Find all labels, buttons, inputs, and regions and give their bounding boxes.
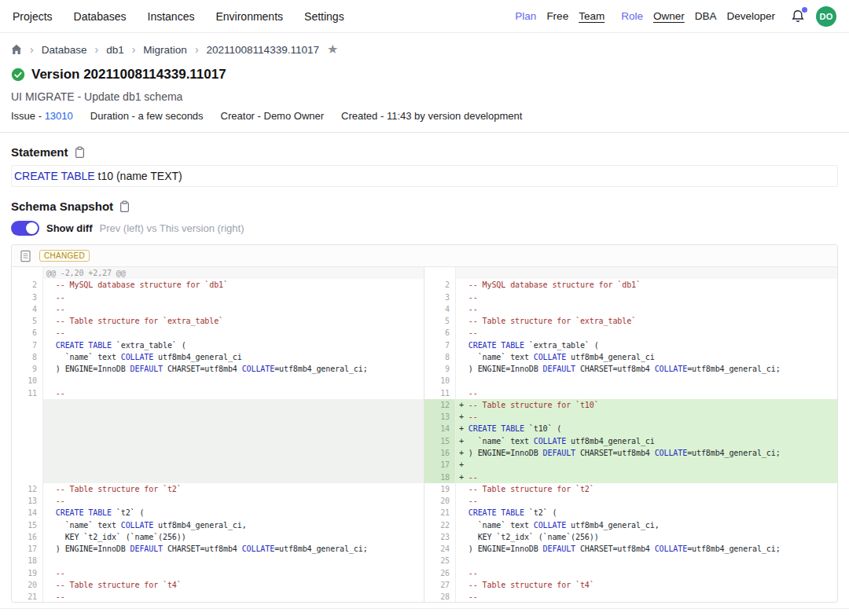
- diff-code-left: -- Table structure for `extra_table`: [43, 315, 424, 327]
- diff-code-left: --: [43, 567, 424, 579]
- diff-line-number-left: [12, 423, 43, 434]
- diff-code-right: CREATE TABLE `t2` (: [456, 507, 837, 519]
- toggle-knob: [26, 222, 38, 234]
- diff-line-number-left: 6: [12, 327, 43, 339]
- diff-code-left: -- Table structure for `t2`: [43, 483, 424, 495]
- diff-code-left: ) ENGINE=InnoDB DEFAULT CHARSET=utf8mb4 …: [43, 363, 424, 375]
- diff-line-number-right: 11: [424, 387, 456, 399]
- diff-code-right: +: [456, 459, 837, 471]
- role-option-owner[interactable]: Owner: [653, 10, 685, 22]
- diff-line-number-left: 14: [12, 507, 43, 519]
- diff-code-right: + --: [456, 411, 837, 423]
- sql-rest: t10 (name TEXT): [95, 170, 182, 182]
- nav-item-settings[interactable]: Settings: [304, 10, 344, 23]
- diff-line-number-right: 25: [424, 555, 456, 566]
- diff-gutter: [424, 267, 456, 279]
- diff-code-right: --: [456, 292, 837, 303]
- diff-line-number-right: 2: [424, 279, 456, 291]
- diff-line-number-right: 21: [424, 507, 456, 519]
- diff-line-number-right: 27: [424, 579, 456, 591]
- diff-line-number-right: 14: [424, 423, 456, 434]
- breadcrumb-item-db1[interactable]: db1: [106, 44, 124, 56]
- diff-code-left: [43, 471, 424, 483]
- notification-bell-button[interactable]: [790, 9, 806, 24]
- diff-line-number-right: 17: [424, 459, 456, 471]
- copy-schema-button[interactable]: [119, 200, 130, 213]
- copy-statement-button[interactable]: [74, 146, 86, 159]
- diff-line-number-right: 10: [424, 375, 456, 387]
- diff-code-right: --: [456, 591, 837, 603]
- diff-code-left: [43, 555, 424, 566]
- clipboard-icon: [74, 146, 86, 159]
- meta-created: Created - 11:43 by version development: [341, 110, 522, 122]
- diff-code-right: -- Table structure for `t2`: [456, 483, 837, 495]
- nav-item-instances[interactable]: Instances: [148, 10, 195, 23]
- breadcrumb-item-migration[interactable]: Migration: [143, 44, 187, 56]
- diff-code-right: KEY `t2_idx` (`name`(256)): [456, 531, 837, 543]
- nav-item-environments[interactable]: Environments: [215, 10, 283, 23]
- diff-line-number-left: [12, 447, 43, 459]
- diff-code-right: ) ENGINE=InnoDB DEFAULT CHARSET=utf8mb4 …: [456, 363, 837, 375]
- diff-line-number-left: 12: [12, 483, 43, 495]
- diff-code-right: --: [456, 495, 837, 507]
- home-icon[interactable]: [11, 44, 22, 55]
- nav-item-databases[interactable]: Databases: [74, 10, 127, 23]
- plan-option-free[interactable]: Free: [546, 10, 568, 22]
- diff-line-number-left: 21: [12, 591, 43, 603]
- diff-line-number-left: 3: [12, 292, 43, 303]
- diff-line-number-left: 18: [12, 555, 43, 566]
- diff-grid[interactable]: @@ -2,20 +2,27 @@2 -- MySQL database str…: [12, 267, 837, 603]
- diff-line-number-left: 15: [12, 519, 43, 531]
- schema-diff-panel: CHANGED @@ -2,20 +2,27 @@2 -- MySQL data…: [11, 244, 838, 603]
- success-check-icon: [11, 68, 25, 82]
- diff-code-left: --: [43, 303, 424, 315]
- diff-code-right: + CREATE TABLE `t10` (: [456, 423, 837, 434]
- diff-line-number-right: 13: [424, 411, 456, 423]
- diff-line-number-right: 28: [424, 591, 456, 603]
- version-header: Version 20211008114339.11017 UI MIGRATE …: [0, 67, 849, 122]
- diff-line-number-right: 5: [424, 315, 456, 327]
- diff-code-right: [456, 555, 837, 566]
- diff-line-number-right: 12: [424, 399, 456, 411]
- diff-code-left: --: [43, 292, 424, 303]
- diff-line-number-left: [12, 459, 43, 471]
- diff-line-number-right: 15: [424, 435, 456, 447]
- diff-line-number-right: 16: [424, 447, 456, 459]
- diff-code-left: --: [43, 495, 424, 507]
- nav-item-projects[interactable]: Projects: [13, 10, 53, 23]
- breadcrumb-item-database[interactable]: Database: [42, 44, 87, 56]
- diff-code-left: [43, 459, 424, 471]
- section-divider: [0, 132, 849, 133]
- diff-code-left: CREATE TABLE `t2` (: [43, 507, 424, 519]
- diff-line-number-left: [12, 435, 43, 447]
- diff-code-right: `name` text COLLATE utf8mb4_general_ci,: [456, 519, 837, 531]
- plan-label: Plan: [515, 10, 536, 22]
- statement-heading: Statement: [11, 145, 68, 159]
- diff-line-number-right: 26: [424, 567, 456, 579]
- role-option-developer[interactable]: Developer: [726, 10, 775, 22]
- diff-line-number-left: [12, 399, 43, 411]
- breadcrumb-separator: ›: [195, 43, 199, 56]
- diff-line-number-right: 23: [424, 531, 456, 543]
- main-nav: Projects Databases Instances Environment…: [13, 10, 344, 23]
- diff-line-number-left: 11: [12, 387, 43, 399]
- diff-line-number-right: 3: [424, 292, 456, 303]
- diff-code-right: [456, 375, 837, 387]
- diff-code-left: [43, 375, 424, 387]
- diff-line-number-right: 6: [424, 327, 456, 339]
- issue-link[interactable]: 13010: [45, 110, 73, 122]
- meta-issue: Issue - 13010: [11, 110, 73, 122]
- role-option-dba[interactable]: DBA: [695, 10, 717, 22]
- diff-line-number-left: 9: [12, 363, 43, 375]
- diff-code-right: -- Table structure for `t4`: [456, 579, 837, 591]
- diff-line-number-left: 5: [12, 315, 43, 327]
- avatar[interactable]: DO: [816, 6, 836, 27]
- diff-code-left: `name` text COLLATE utf8mb4_general_ci: [43, 351, 424, 363]
- plan-option-team[interactable]: Team: [579, 10, 605, 22]
- show-diff-toggle[interactable]: [11, 221, 39, 236]
- favorite-star-icon[interactable]: ★: [327, 43, 338, 56]
- diff-line-number-right: 7: [424, 339, 456, 351]
- diff-line-number-right: 19: [424, 483, 456, 495]
- diff-code-left: --: [43, 327, 424, 339]
- diff-code-right: + ) ENGINE=InnoDB DEFAULT CHARSET=utf8mb…: [456, 447, 837, 459]
